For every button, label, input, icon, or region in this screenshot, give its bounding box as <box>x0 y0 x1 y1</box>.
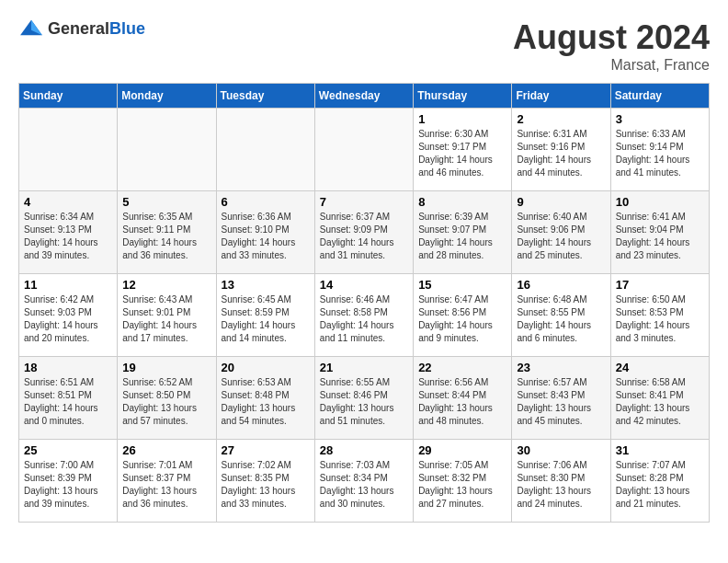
week-row-2: 11Sunrise: 6:42 AM Sunset: 9:03 PM Dayli… <box>19 274 710 357</box>
day-cell: 19Sunrise: 6:52 AM Sunset: 8:50 PM Dayli… <box>118 357 216 440</box>
day-number: 15 <box>418 278 506 292</box>
day-number: 23 <box>517 361 605 374</box>
day-info: Sunrise: 6:33 AM Sunset: 9:14 PM Dayligh… <box>616 128 704 179</box>
calendar-table: SundayMondayTuesdayWednesdayThursdayFrid… <box>18 83 710 523</box>
day-cell: 14Sunrise: 6:46 AM Sunset: 8:58 PM Dayli… <box>314 274 413 357</box>
day-info: Sunrise: 6:34 AM Sunset: 9:13 PM Dayligh… <box>24 211 112 262</box>
calendar-header: SundayMondayTuesdayWednesdayThursdayFrid… <box>19 84 710 109</box>
location: Marsat, France <box>513 57 710 74</box>
day-info: Sunrise: 6:35 AM Sunset: 9:11 PM Dayligh… <box>122 211 210 262</box>
header-wednesday: Wednesday <box>314 84 413 109</box>
day-cell: 31Sunrise: 7:07 AM Sunset: 8:28 PM Dayli… <box>610 440 709 523</box>
week-row-0: 1Sunrise: 6:30 AM Sunset: 9:17 PM Daylig… <box>19 109 710 191</box>
day-info: Sunrise: 6:46 AM Sunset: 8:58 PM Dayligh… <box>320 293 408 345</box>
header-sunday: Sunday <box>19 84 118 109</box>
day-cell <box>19 109 118 191</box>
page-header: GeneralBlue August 2024 Marsat, France <box>18 18 710 74</box>
day-cell: 23Sunrise: 6:57 AM Sunset: 8:43 PM Dayli… <box>512 357 610 440</box>
day-cell: 5Sunrise: 6:35 AM Sunset: 9:11 PM Daylig… <box>118 191 216 274</box>
logo-icon <box>18 18 44 39</box>
day-cell: 22Sunrise: 6:56 AM Sunset: 8:44 PM Dayli… <box>414 357 512 440</box>
week-row-1: 4Sunrise: 6:34 AM Sunset: 9:13 PM Daylig… <box>19 191 710 274</box>
day-number: 10 <box>616 195 704 209</box>
day-info: Sunrise: 6:51 AM Sunset: 8:51 PM Dayligh… <box>24 376 112 428</box>
day-cell: 27Sunrise: 7:02 AM Sunset: 8:35 PM Dayli… <box>216 440 314 523</box>
day-info: Sunrise: 6:42 AM Sunset: 9:03 PM Dayligh… <box>24 293 112 345</box>
header-saturday: Saturday <box>610 84 709 109</box>
day-cell: 10Sunrise: 6:41 AM Sunset: 9:04 PM Dayli… <box>610 191 709 274</box>
day-number: 2 <box>517 112 605 126</box>
week-row-4: 25Sunrise: 7:00 AM Sunset: 8:39 PM Dayli… <box>19 440 710 523</box>
day-cell: 30Sunrise: 7:06 AM Sunset: 8:30 PM Dayli… <box>512 440 610 523</box>
day-cell: 17Sunrise: 6:50 AM Sunset: 8:53 PM Dayli… <box>610 274 709 357</box>
day-number: 17 <box>616 278 704 292</box>
day-number: 11 <box>24 278 112 292</box>
header-monday: Monday <box>118 84 216 109</box>
day-cell: 8Sunrise: 6:39 AM Sunset: 9:07 PM Daylig… <box>414 191 512 274</box>
day-number: 20 <box>222 361 310 374</box>
day-info: Sunrise: 6:57 AM Sunset: 8:43 PM Dayligh… <box>517 376 605 428</box>
day-number: 30 <box>517 443 605 457</box>
day-number: 16 <box>517 278 605 292</box>
day-info: Sunrise: 6:36 AM Sunset: 9:10 PM Dayligh… <box>222 211 310 262</box>
week-row-3: 18Sunrise: 6:51 AM Sunset: 8:51 PM Dayli… <box>19 357 710 440</box>
day-info: Sunrise: 6:30 AM Sunset: 9:17 PM Dayligh… <box>418 128 506 179</box>
day-cell: 29Sunrise: 7:05 AM Sunset: 8:32 PM Dayli… <box>414 440 512 523</box>
day-info: Sunrise: 6:43 AM Sunset: 9:01 PM Dayligh… <box>122 293 210 345</box>
day-number: 14 <box>320 278 408 292</box>
day-cell: 18Sunrise: 6:51 AM Sunset: 8:51 PM Dayli… <box>19 357 118 440</box>
day-info: Sunrise: 7:05 AM Sunset: 8:32 PM Dayligh… <box>418 459 506 511</box>
day-info: Sunrise: 6:40 AM Sunset: 9:06 PM Dayligh… <box>517 211 605 262</box>
day-info: Sunrise: 6:53 AM Sunset: 8:48 PM Dayligh… <box>222 376 310 428</box>
day-number: 4 <box>24 195 112 209</box>
header-friday: Friday <box>512 84 610 109</box>
day-cell: 1Sunrise: 6:30 AM Sunset: 9:17 PM Daylig… <box>414 109 512 191</box>
day-number: 3 <box>616 112 704 126</box>
logo-blue: Blue <box>109 19 145 38</box>
day-number: 19 <box>122 361 210 374</box>
day-number: 9 <box>517 195 605 209</box>
day-number: 18 <box>24 361 112 374</box>
day-number: 31 <box>616 443 704 457</box>
day-info: Sunrise: 7:07 AM Sunset: 8:28 PM Dayligh… <box>616 459 704 511</box>
day-info: Sunrise: 6:50 AM Sunset: 8:53 PM Dayligh… <box>616 293 704 345</box>
day-number: 13 <box>222 278 310 292</box>
day-info: Sunrise: 7:06 AM Sunset: 8:30 PM Dayligh… <box>517 459 605 511</box>
day-cell: 4Sunrise: 6:34 AM Sunset: 9:13 PM Daylig… <box>19 191 118 274</box>
day-info: Sunrise: 7:01 AM Sunset: 8:37 PM Dayligh… <box>122 459 210 511</box>
day-cell <box>118 109 216 191</box>
day-number: 12 <box>122 278 210 292</box>
day-info: Sunrise: 6:41 AM Sunset: 9:04 PM Dayligh… <box>616 211 704 262</box>
day-info: Sunrise: 6:39 AM Sunset: 9:07 PM Dayligh… <box>418 211 506 262</box>
day-info: Sunrise: 6:52 AM Sunset: 8:50 PM Dayligh… <box>122 376 210 428</box>
day-info: Sunrise: 7:00 AM Sunset: 8:39 PM Dayligh… <box>24 459 112 511</box>
header-row: SundayMondayTuesdayWednesdayThursdayFrid… <box>19 84 710 109</box>
header-thursday: Thursday <box>414 84 512 109</box>
day-number: 8 <box>418 195 506 209</box>
day-number: 27 <box>222 443 310 457</box>
day-cell: 11Sunrise: 6:42 AM Sunset: 9:03 PM Dayli… <box>19 274 118 357</box>
day-number: 5 <box>122 195 210 209</box>
logo-general: General <box>48 19 109 38</box>
day-number: 21 <box>320 361 408 374</box>
day-number: 26 <box>122 443 210 457</box>
day-info: Sunrise: 6:45 AM Sunset: 8:59 PM Dayligh… <box>222 293 310 345</box>
day-cell: 12Sunrise: 6:43 AM Sunset: 9:01 PM Dayli… <box>118 274 216 357</box>
day-info: Sunrise: 7:03 AM Sunset: 8:34 PM Dayligh… <box>320 459 408 511</box>
header-tuesday: Tuesday <box>216 84 314 109</box>
month-title: August 2024 <box>513 18 710 57</box>
day-cell: 7Sunrise: 6:37 AM Sunset: 9:09 PM Daylig… <box>314 191 413 274</box>
day-info: Sunrise: 6:56 AM Sunset: 8:44 PM Dayligh… <box>418 376 506 428</box>
day-cell: 20Sunrise: 6:53 AM Sunset: 8:48 PM Dayli… <box>216 357 314 440</box>
day-number: 7 <box>320 195 408 209</box>
day-info: Sunrise: 6:31 AM Sunset: 9:16 PM Dayligh… <box>517 128 605 179</box>
day-cell: 9Sunrise: 6:40 AM Sunset: 9:06 PM Daylig… <box>512 191 610 274</box>
day-cell: 6Sunrise: 6:36 AM Sunset: 9:10 PM Daylig… <box>216 191 314 274</box>
day-info: Sunrise: 6:55 AM Sunset: 8:46 PM Dayligh… <box>320 376 408 428</box>
day-cell: 28Sunrise: 7:03 AM Sunset: 8:34 PM Dayli… <box>314 440 413 523</box>
day-info: Sunrise: 6:48 AM Sunset: 8:55 PM Dayligh… <box>517 293 605 345</box>
day-cell <box>216 109 314 191</box>
day-cell: 16Sunrise: 6:48 AM Sunset: 8:55 PM Dayli… <box>512 274 610 357</box>
day-number: 22 <box>418 361 506 374</box>
day-cell: 3Sunrise: 6:33 AM Sunset: 9:14 PM Daylig… <box>610 109 709 191</box>
